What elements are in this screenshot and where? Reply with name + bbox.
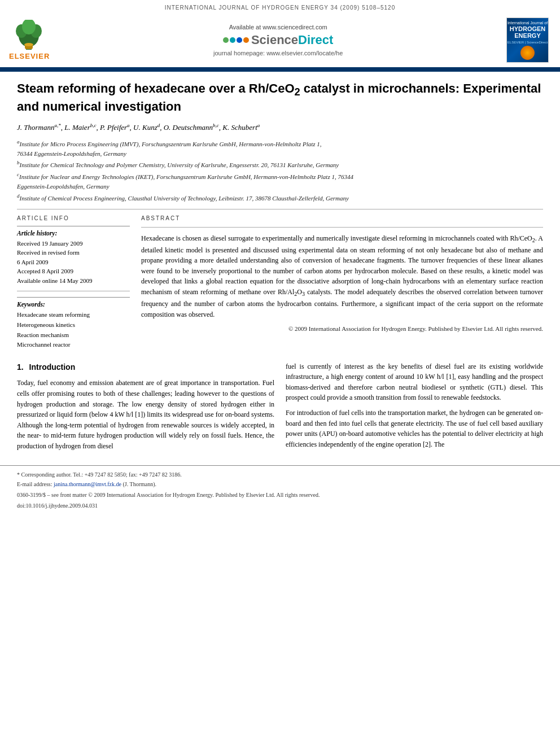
available-text: Available at www.sciencedirect.com bbox=[229, 24, 327, 30]
section-heading-text: Introduction bbox=[29, 362, 76, 372]
elsevier-tree-icon bbox=[9, 20, 49, 51]
body-col-right: fuel is currently of interest as the key… bbox=[286, 361, 543, 456]
article-info-label: ARTICLE INFO bbox=[17, 215, 130, 221]
page-wrapper: INTERNATIONAL JOURNAL OF HYDROGEN ENERGY… bbox=[0, 0, 560, 747]
center-logo: Available at www.sciencedirect.com Scien… bbox=[50, 24, 506, 56]
sd-direct-text: Direct bbox=[298, 33, 333, 47]
body-section: 1. Introduction Today, fuel economy and … bbox=[17, 361, 543, 456]
intro-paragraph-left: Today, fuel economy and emission abateme… bbox=[17, 378, 274, 451]
accepted-date: Accepted 8 April 2009 bbox=[17, 267, 130, 276]
email-suffix: (J. Thormann). bbox=[121, 481, 156, 487]
main-content: Steam reforming of hexadecane over a Rh/… bbox=[0, 72, 560, 465]
page-footer: * Corresponding author. Tel.: +49 7247 8… bbox=[0, 465, 560, 514]
keyword-4: Microchannel reactor bbox=[17, 340, 130, 350]
circle-orange-icon bbox=[243, 37, 249, 43]
elsevier-text: ELSEVIER bbox=[9, 52, 50, 60]
article-history-label: Article history: bbox=[17, 230, 130, 237]
keyword-3: Reaction mechanism bbox=[17, 330, 130, 340]
authors-line: J. Thormanna,*, L. Maierb,c, P. Pfeifera… bbox=[17, 122, 543, 133]
keyword-2: Heterogeneous kinetics bbox=[17, 320, 130, 330]
email-note: E-mail address: janina.thormann@imvt.fzk… bbox=[17, 480, 543, 488]
circle-blue-icon bbox=[237, 37, 242, 43]
article-info-col: ARTICLE INFO Article history: Received 1… bbox=[17, 215, 130, 350]
received-date: Received 19 January 2009 bbox=[17, 239, 130, 248]
logo-banner: ELSEVIER Available at www.sciencedirect.… bbox=[0, 13, 560, 68]
doi-line: doi:10.1016/j.ijhydene.2009.04.031 bbox=[17, 501, 543, 510]
corresponding-text: * Corresponding author. Tel.: +49 7247 8… bbox=[17, 471, 182, 478]
revised-date: 6 April 2009 bbox=[17, 257, 130, 267]
abstract-top-divider bbox=[141, 227, 543, 228]
revised-label: Received in revised form bbox=[17, 248, 130, 257]
cover-big-title: HYDROGENENERGY bbox=[510, 25, 546, 39]
email-label-text: E-mail address: bbox=[17, 481, 54, 487]
sciencedirect-logo: ScienceDirect bbox=[223, 33, 334, 47]
abstract-label: ABSTRACT bbox=[141, 215, 543, 221]
doi-text: doi:10.1016/j.ijhydene.2009.04.031 bbox=[17, 503, 98, 509]
keywords-divider bbox=[17, 291, 130, 291]
journal-name: INTERNATIONAL JOURNAL OF HYDROGEN ENERGY… bbox=[165, 5, 395, 11]
sd-science-text: Science bbox=[251, 33, 298, 47]
abstract-text: Hexadecane is chosen as diesel surrogate… bbox=[141, 233, 543, 320]
issn-line: 0360-3199/$ – see front matter © 2009 In… bbox=[17, 491, 543, 499]
corresponding-note: * Corresponding author. Tel.: +49 7247 8… bbox=[17, 470, 543, 479]
sd-circles bbox=[223, 37, 249, 43]
journal-homepage: journal homepage: www.elsevier.com/locat… bbox=[213, 50, 343, 56]
journal-cover: International Journal of HYDROGENENERGY … bbox=[506, 18, 549, 63]
issn-text: 0360-3199/$ – see front matter © 2009 In… bbox=[17, 492, 320, 498]
elsevier-logo: ELSEVIER bbox=[9, 20, 50, 60]
svg-point-6 bbox=[24, 43, 33, 46]
available-date: Available online 14 May 2009 bbox=[17, 276, 130, 286]
article-history-block: Article history: Received 19 January 200… bbox=[17, 226, 130, 286]
section-number: 1. bbox=[17, 362, 24, 372]
info-abstract-section: ARTICLE INFO Article history: Received 1… bbox=[17, 215, 543, 350]
affiliations: aInstitute for Micro Process Engineering… bbox=[17, 138, 543, 203]
cover-title: International Journal of bbox=[508, 20, 548, 25]
keywords-block: Keywords: Hexadecane steam reforming Het… bbox=[17, 297, 130, 350]
circle-green-icon bbox=[223, 37, 229, 43]
article-title: Steam reforming of hexadecane over a Rh/… bbox=[17, 81, 543, 115]
keyword-1: Hexadecane steam reforming bbox=[17, 310, 130, 320]
abstract-col: ABSTRACT Hexadecane is chosen as diesel … bbox=[141, 215, 543, 350]
body-col-left: 1. Introduction Today, fuel economy and … bbox=[17, 361, 274, 456]
email-link[interactable]: janina.thormann@imvt.fzk.de bbox=[54, 481, 121, 487]
cover-circle-decoration bbox=[520, 46, 535, 60]
sd-name: ScienceDirect bbox=[251, 33, 334, 47]
cover-subtitle: ELSEVIER | ScienceDirect bbox=[508, 41, 548, 44]
intro-paragraph-right-2: For introduction of fuel cells into the … bbox=[286, 408, 543, 449]
journal-bar: INTERNATIONAL JOURNAL OF HYDROGEN ENERGY… bbox=[0, 0, 560, 13]
copyright-text: © 2009 International Association for Hyd… bbox=[141, 324, 543, 334]
keywords-label: Keywords: bbox=[17, 301, 130, 308]
section-divider bbox=[17, 209, 543, 209]
intro-heading: 1. Introduction bbox=[17, 361, 274, 374]
intro-paragraph-right-1: fuel is currently of interest as the key… bbox=[286, 361, 543, 403]
circle-teal-icon bbox=[230, 37, 235, 43]
